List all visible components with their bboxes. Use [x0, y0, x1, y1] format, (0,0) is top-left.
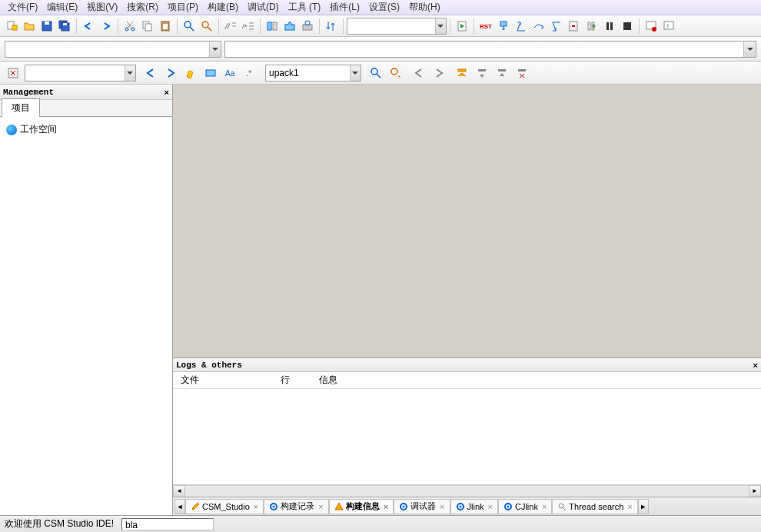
tree-workspace-item[interactable]: 工作空间	[6, 121, 166, 138]
workspace-icon	[6, 125, 17, 135]
target-combo[interactable]	[347, 18, 447, 35]
scroll-track[interactable]	[185, 485, 749, 497]
tab-build-log[interactable]: 构建记录 ×	[264, 499, 328, 514]
search-term-input[interactable]	[266, 68, 350, 78]
tab-cjlink[interactable]: CJlink ×	[498, 499, 552, 514]
tab-close[interactable]: ×	[540, 502, 547, 511]
tab-close[interactable]: ×	[317, 502, 323, 511]
logs-col-info[interactable]: 信息	[311, 374, 345, 387]
pencil-icon	[191, 502, 200, 511]
menu-file[interactable]: 文件(F)	[3, 0, 42, 15]
reset-button[interactable]: RST	[477, 18, 494, 35]
build-button[interactable]	[281, 18, 298, 35]
run-button[interactable]	[454, 18, 470, 35]
save-button[interactable]	[38, 18, 55, 35]
status-welcome: 欢迎使用 CSM Studio IDE!	[5, 517, 114, 530]
tabs-scroll-right[interactable]: ►	[638, 499, 649, 514]
tab-close[interactable]: ×	[438, 502, 444, 511]
regex-button[interactable]: .*	[242, 65, 259, 81]
scope-combo[interactable]	[5, 41, 221, 58]
bookmark-toggle-button[interactable]	[454, 65, 470, 81]
tab-debugger[interactable]: 调试器 ×	[394, 499, 450, 514]
step-into-button[interactable]	[513, 18, 530, 35]
tab-csm-studio[interactable]: CSM_Studio ×	[185, 499, 264, 514]
menu-settings[interactable]: 设置(S)	[364, 0, 404, 15]
menu-edit[interactable]: 编辑(E)	[42, 0, 82, 15]
new-file-button[interactable]	[3, 18, 20, 35]
search-history-combo[interactable]	[25, 65, 136, 81]
tab-close[interactable]: ×	[382, 502, 388, 511]
cut-button[interactable]	[121, 18, 138, 35]
paste-button[interactable]	[157, 18, 174, 35]
info-button[interactable]: i	[660, 18, 677, 35]
bookmark-clear-button[interactable]	[513, 65, 530, 81]
nav-forward-button[interactable]	[430, 65, 447, 81]
find-in-files-button[interactable]	[367, 65, 384, 81]
debug-window-button[interactable]	[643, 18, 660, 35]
nav-back-button[interactable]	[410, 65, 427, 81]
menu-help[interactable]: 帮助(H)	[404, 0, 445, 15]
bookmark-prev-button[interactable]	[474, 65, 490, 81]
step-over-button[interactable]	[530, 18, 547, 35]
warn-icon	[334, 502, 344, 511]
search-term-combo[interactable]	[265, 65, 361, 81]
menu-search[interactable]: 搜索(R)	[122, 0, 163, 15]
menu-view[interactable]: 视图(V)	[82, 0, 122, 15]
svg-text:RST: RST	[480, 23, 492, 30]
redo-button[interactable]	[98, 18, 115, 35]
scroll-right-button[interactable]: ►	[749, 485, 761, 497]
search-next-button[interactable]	[162, 65, 179, 81]
rebuild-button[interactable]	[299, 18, 316, 35]
svg-rect-24	[268, 22, 271, 30]
undo-button[interactable]	[80, 18, 97, 35]
logs-col-file[interactable]: 文件	[173, 374, 273, 387]
scroll-left-button[interactable]: ◄	[173, 485, 185, 497]
target-select-button[interactable]	[264, 18, 281, 35]
clear-search-button[interactable]	[5, 65, 22, 81]
search-prev-button[interactable]	[142, 65, 159, 81]
download-button[interactable]	[495, 18, 512, 35]
save-all-button[interactable]	[56, 18, 73, 35]
tab-close[interactable]: ×	[487, 502, 493, 511]
management-close-button[interactable]: ×	[164, 88, 169, 97]
find-button[interactable]	[181, 18, 198, 35]
stop-button[interactable]	[619, 18, 636, 35]
svg-point-15	[202, 22, 208, 28]
logs-columns: 文件 行 信息	[173, 372, 761, 389]
comment-line-button[interactable]: //	[222, 18, 239, 35]
menu-plugins[interactable]: 插件(L)	[325, 0, 364, 15]
menu-tools[interactable]: 工具 (T)	[284, 0, 326, 15]
tab-build-info[interactable]: 构建信息 ×	[329, 499, 394, 514]
run-to-cursor-button[interactable]	[566, 18, 583, 35]
menu-project[interactable]: 项目(P)	[163, 0, 203, 15]
match-case-button[interactable]: Aa	[222, 65, 239, 81]
tabs-scroll-left[interactable]: ◄	[174, 499, 185, 514]
search-options-button[interactable]	[387, 65, 404, 81]
project-tree[interactable]: 工作空间	[0, 117, 172, 515]
bookmark-next-button[interactable]	[493, 65, 510, 81]
tab-close[interactable]: ×	[626, 502, 632, 511]
highlight-button[interactable]	[182, 65, 199, 81]
tab-project[interactable]: 项目	[2, 98, 40, 117]
tab-close[interactable]: ×	[252, 502, 258, 511]
open-button[interactable]	[21, 18, 38, 35]
comment-block-button[interactable]: /*	[240, 18, 257, 35]
svg-text:.*: .*	[246, 68, 252, 78]
tab-jlink[interactable]: Jlink ×	[450, 499, 498, 514]
logs-col-line[interactable]: 行	[273, 374, 311, 387]
copy-button[interactable]	[139, 18, 156, 35]
pause-button[interactable]	[601, 18, 618, 35]
tab-thread-search[interactable]: Thread search ×	[552, 499, 637, 514]
select-mode-button[interactable]	[202, 65, 219, 81]
continue-button[interactable]	[583, 18, 600, 35]
logs-hscroll[interactable]: ◄ ►	[173, 484, 761, 497]
replace-button[interactable]	[198, 18, 215, 35]
symbol-combo[interactable]	[224, 41, 756, 58]
sort-button[interactable]	[323, 18, 340, 35]
tab-label: Jlink	[467, 502, 484, 511]
svg-rect-35	[623, 22, 631, 30]
menu-build[interactable]: 构建(B)	[203, 0, 243, 15]
logs-close-button[interactable]: ×	[753, 361, 758, 370]
step-out-button[interactable]	[548, 18, 565, 35]
menu-debug[interactable]: 调试(D)	[243, 0, 284, 15]
